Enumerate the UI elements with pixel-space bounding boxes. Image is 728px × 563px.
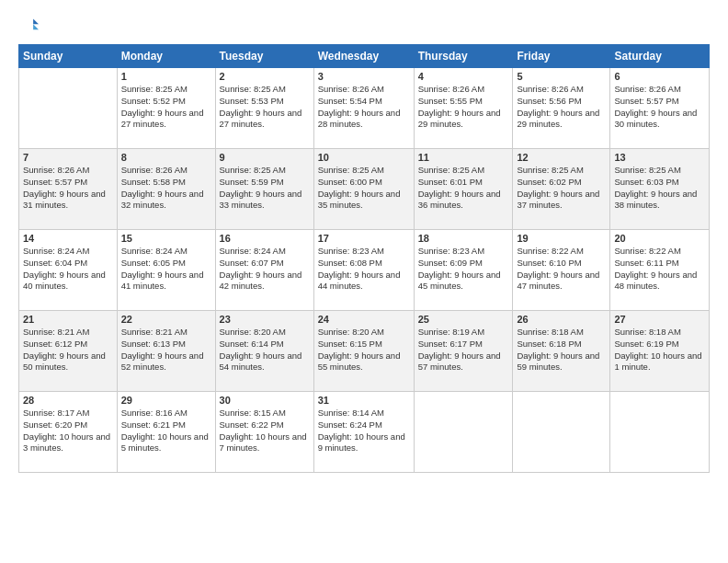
sunset-text: Sunset: 6:19 PM (614, 339, 678, 349)
sunrise-text: Sunrise: 8:26 AM (517, 84, 583, 94)
calendar-cell: 1 Sunrise: 8:25 AM Sunset: 5:52 PM Dayli… (117, 68, 215, 149)
sunrise-text: Sunrise: 8:25 AM (121, 84, 188, 94)
day-number: 7 (23, 152, 113, 163)
calendar-cell: 24 Sunrise: 8:20 AM Sunset: 6:15 PM Dayl… (313, 311, 414, 392)
calendar-cell (513, 392, 610, 473)
sunset-text: Sunset: 5:57 PM (23, 177, 87, 187)
calendar-cell: 11 Sunrise: 8:25 AM Sunset: 6:01 PM Dayl… (414, 149, 513, 230)
daylight-text: Daylight: 9 hours and 42 minutes. (220, 270, 302, 292)
daylight-text: Daylight: 9 hours and 32 minutes. (121, 189, 204, 211)
daylight-text: Daylight: 9 hours and 50 minutes. (23, 350, 106, 373)
calendar-week-row: 21 Sunrise: 8:21 AM Sunset: 6:12 PM Dayl… (19, 311, 710, 392)
sunrise-text: Sunrise: 8:25 AM (220, 84, 286, 94)
day-info: Sunrise: 8:26 AM Sunset: 5:55 PM Dayligh… (418, 84, 509, 131)
day-info: Sunrise: 8:23 AM Sunset: 6:08 PM Dayligh… (318, 246, 410, 293)
day-number: 16 (220, 233, 310, 244)
calendar-table: SundayMondayTuesdayWednesdayThursdayFrid… (18, 44, 710, 473)
day-info: Sunrise: 8:22 AM Sunset: 6:11 PM Dayligh… (614, 246, 705, 293)
day-info: Sunrise: 8:25 AM Sunset: 5:59 PM Dayligh… (220, 165, 310, 212)
sunset-text: Sunset: 5:56 PM (517, 96, 581, 106)
weekday-header: Monday (117, 45, 215, 68)
sunset-text: Sunset: 6:14 PM (220, 339, 284, 349)
weekday-header: Wednesday (313, 45, 414, 68)
day-number: 17 (318, 233, 410, 244)
calendar-cell (414, 392, 513, 473)
calendar-cell: 30 Sunrise: 8:15 AM Sunset: 6:22 PM Dayl… (215, 392, 313, 473)
sunrise-text: Sunrise: 8:20 AM (318, 327, 384, 337)
daylight-text: Daylight: 9 hours and 29 minutes. (517, 108, 599, 130)
sunset-text: Sunset: 6:01 PM (418, 177, 483, 187)
sunrise-text: Sunrise: 8:16 AM (121, 408, 188, 418)
day-info: Sunrise: 8:17 AM Sunset: 6:20 PM Dayligh… (23, 408, 113, 454)
day-number: 2 (220, 71, 310, 82)
day-info: Sunrise: 8:26 AM Sunset: 5:57 PM Dayligh… (614, 84, 705, 131)
daylight-text: Daylight: 9 hours and 37 minutes. (517, 189, 599, 211)
day-info: Sunrise: 8:26 AM Sunset: 5:54 PM Dayligh… (318, 84, 410, 131)
day-info: Sunrise: 8:18 AM Sunset: 6:18 PM Dayligh… (517, 327, 606, 373)
day-number: 20 (614, 233, 705, 244)
logo-icon (18, 15, 39, 35)
daylight-text: Daylight: 9 hours and 47 minutes. (517, 270, 599, 292)
day-info: Sunrise: 8:24 AM Sunset: 6:05 PM Dayligh… (121, 246, 211, 293)
calendar-cell: 2 Sunrise: 8:25 AM Sunset: 5:53 PM Dayli… (215, 68, 313, 149)
day-info: Sunrise: 8:25 AM Sunset: 5:53 PM Dayligh… (220, 84, 310, 131)
day-info: Sunrise: 8:22 AM Sunset: 6:10 PM Dayligh… (517, 246, 606, 293)
sunset-text: Sunset: 6:05 PM (121, 258, 186, 268)
weekday-header: Thursday (414, 45, 513, 68)
day-number: 18 (418, 233, 509, 244)
day-info: Sunrise: 8:26 AM Sunset: 5:57 PM Dayligh… (23, 165, 113, 212)
calendar-cell: 23 Sunrise: 8:20 AM Sunset: 6:14 PM Dayl… (215, 311, 313, 392)
calendar-week-row: 1 Sunrise: 8:25 AM Sunset: 5:52 PM Dayli… (19, 68, 710, 149)
daylight-text: Daylight: 9 hours and 27 minutes. (121, 108, 204, 130)
calendar-cell: 5 Sunrise: 8:26 AM Sunset: 5:56 PM Dayli… (513, 68, 610, 149)
sunrise-text: Sunrise: 8:25 AM (220, 165, 286, 175)
day-info: Sunrise: 8:26 AM Sunset: 5:58 PM Dayligh… (121, 165, 211, 212)
sunset-text: Sunset: 6:13 PM (121, 339, 186, 349)
sunset-text: Sunset: 6:02 PM (517, 177, 581, 187)
daylight-text: Daylight: 9 hours and 41 minutes. (121, 270, 204, 292)
sunrise-text: Sunrise: 8:18 AM (517, 327, 583, 337)
daylight-text: Daylight: 9 hours and 28 minutes. (318, 108, 401, 130)
calendar-cell: 10 Sunrise: 8:25 AM Sunset: 6:00 PM Dayl… (313, 149, 414, 230)
calendar-cell: 4 Sunrise: 8:26 AM Sunset: 5:55 PM Dayli… (414, 68, 513, 149)
sunrise-text: Sunrise: 8:25 AM (614, 165, 680, 175)
day-number: 5 (517, 71, 606, 82)
daylight-text: Daylight: 9 hours and 55 minutes. (318, 350, 401, 373)
day-info: Sunrise: 8:21 AM Sunset: 6:12 PM Dayligh… (23, 327, 113, 373)
day-number: 11 (418, 152, 509, 163)
calendar-cell: 9 Sunrise: 8:25 AM Sunset: 5:59 PM Dayli… (215, 149, 313, 230)
daylight-text: Daylight: 9 hours and 36 minutes. (418, 189, 501, 211)
daylight-text: Daylight: 10 hours and 5 minutes. (121, 431, 209, 454)
daylight-text: Daylight: 9 hours and 59 minutes. (517, 350, 599, 373)
calendar-week-row: 7 Sunrise: 8:26 AM Sunset: 5:57 PM Dayli… (19, 149, 710, 230)
daylight-text: Daylight: 9 hours and 30 minutes. (614, 108, 697, 130)
sunrise-text: Sunrise: 8:25 AM (318, 165, 384, 175)
day-info: Sunrise: 8:19 AM Sunset: 6:17 PM Dayligh… (418, 327, 509, 373)
daylight-text: Daylight: 9 hours and 52 minutes. (121, 350, 204, 373)
sunset-text: Sunset: 6:12 PM (23, 339, 87, 349)
day-number: 23 (220, 314, 310, 325)
sunrise-text: Sunrise: 8:14 AM (318, 408, 384, 418)
day-info: Sunrise: 8:23 AM Sunset: 6:09 PM Dayligh… (418, 246, 509, 293)
day-info: Sunrise: 8:25 AM Sunset: 6:01 PM Dayligh… (418, 165, 509, 212)
calendar-cell: 14 Sunrise: 8:24 AM Sunset: 6:04 PM Dayl… (19, 230, 118, 311)
sunrise-text: Sunrise: 8:26 AM (23, 165, 89, 175)
daylight-text: Daylight: 9 hours and 45 minutes. (418, 270, 501, 292)
day-number: 29 (121, 395, 211, 406)
svg-marker-0 (33, 18, 39, 24)
calendar-week-row: 14 Sunrise: 8:24 AM Sunset: 6:04 PM Dayl… (19, 230, 710, 311)
calendar-cell: 7 Sunrise: 8:26 AM Sunset: 5:57 PM Dayli… (19, 149, 118, 230)
day-number: 21 (23, 314, 113, 325)
daylight-text: Daylight: 9 hours and 40 minutes. (23, 270, 106, 292)
day-info: Sunrise: 8:25 AM Sunset: 6:02 PM Dayligh… (517, 165, 606, 212)
sunset-text: Sunset: 6:11 PM (614, 258, 678, 268)
daylight-text: Daylight: 10 hours and 7 minutes. (220, 431, 307, 454)
day-number: 19 (517, 233, 606, 244)
day-info: Sunrise: 8:15 AM Sunset: 6:22 PM Dayligh… (220, 408, 310, 454)
sunset-text: Sunset: 6:04 PM (23, 258, 87, 268)
day-info: Sunrise: 8:25 AM Sunset: 6:00 PM Dayligh… (318, 165, 410, 212)
sunset-text: Sunset: 6:22 PM (220, 419, 284, 430)
sunrise-text: Sunrise: 8:24 AM (220, 246, 286, 256)
day-info: Sunrise: 8:26 AM Sunset: 5:56 PM Dayligh… (517, 84, 606, 131)
calendar-cell: 21 Sunrise: 8:21 AM Sunset: 6:12 PM Dayl… (19, 311, 118, 392)
